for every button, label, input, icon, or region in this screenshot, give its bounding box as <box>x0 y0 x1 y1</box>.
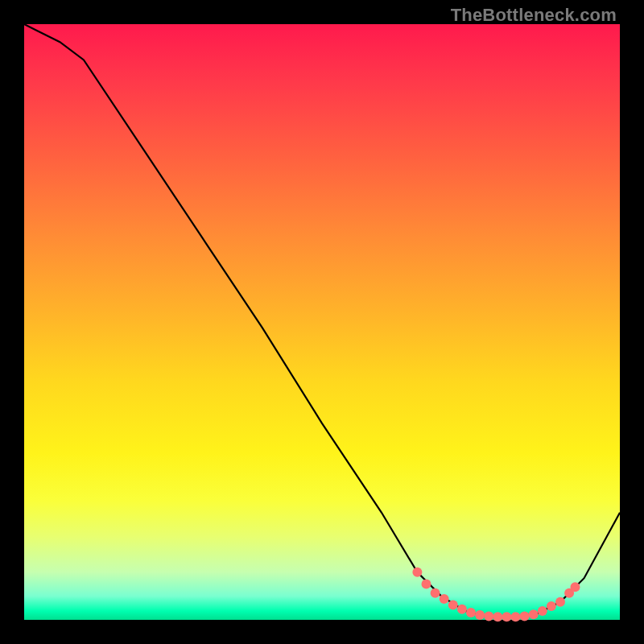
curve-marker <box>431 588 440 598</box>
plot-area <box>24 24 620 620</box>
curve-marker <box>511 612 521 621</box>
curve-marker <box>529 609 539 619</box>
curve-marker <box>440 594 449 604</box>
curve-marker <box>484 612 493 621</box>
chart-frame: TheBottleneck.com <box>0 0 644 644</box>
curve-marker <box>502 612 511 621</box>
curve-marker <box>571 582 580 592</box>
attribution-text: TheBottleneck.com <box>451 5 617 26</box>
curve-marker <box>547 601 556 611</box>
curve-marker <box>422 580 431 589</box>
marker-group <box>412 568 580 622</box>
curve-marker <box>555 597 565 607</box>
curve-marker <box>466 608 476 617</box>
bottleneck-curve <box>24 24 620 617</box>
curve-marker <box>493 612 502 621</box>
curve-marker <box>412 568 422 577</box>
chart-svg <box>24 24 620 620</box>
curve-marker <box>520 612 530 621</box>
curve-marker <box>448 601 458 610</box>
curve-marker <box>538 606 547 616</box>
curve-marker <box>457 605 467 614</box>
curve-marker <box>475 610 485 620</box>
